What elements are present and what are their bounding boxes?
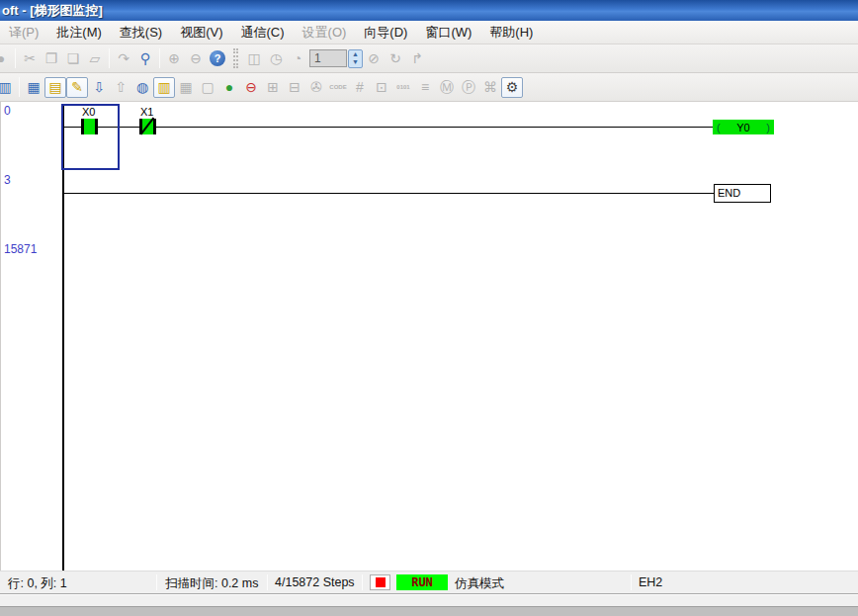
status-separator <box>631 574 632 590</box>
cut-icon[interactable]: ✂ <box>19 48 41 69</box>
menu-compile[interactable]: 译(P) <box>0 21 47 44</box>
stop-square-icon <box>376 577 386 587</box>
window-title: oft - [梯形图监控] <box>2 2 103 20</box>
left-power-rail <box>62 106 64 571</box>
clipped-icon[interactable]: ● <box>0 48 12 69</box>
selection-cursor <box>61 104 120 170</box>
search-module-icon[interactable]: Ⓜ <box>436 77 458 98</box>
steps-info-icon[interactable]: ≡ <box>414 77 436 98</box>
toolbar-separator <box>109 48 110 68</box>
device-table-icon[interactable]: ▦ <box>175 77 197 98</box>
disable-icon[interactable]: ⊘ <box>363 48 385 69</box>
step-number: 15871 <box>4 242 37 256</box>
clipped-icon[interactable]: ▥ <box>0 77 16 98</box>
ratio-icon[interactable]: ◔ <box>287 48 308 69</box>
normally-closed-slash <box>140 118 155 135</box>
refresh-icon[interactable]: ↻ <box>385 48 406 69</box>
monitor-stop-icon[interactable]: ⇧ <box>110 77 131 98</box>
toolbar-grip[interactable] <box>233 48 238 68</box>
paste-icon[interactable]: ❏ <box>62 48 84 69</box>
code-monitor-icon[interactable]: ⊡ <box>371 77 392 98</box>
network-monitor-icon[interactable]: ⌘ <box>479 77 501 98</box>
toolbar-separator <box>15 48 16 68</box>
online-icon[interactable]: ● <box>218 77 240 98</box>
menu-search[interactable]: 查找(S) <box>111 21 171 44</box>
upload-icon[interactable]: ⊞ <box>262 77 284 98</box>
scan-time: 扫描时间: 0.2 ms <box>165 575 258 592</box>
instruction-list-icon[interactable]: ▤ <box>44 77 66 98</box>
steps-spinner[interactable]: ▲ ▼ <box>348 49 363 68</box>
status-separator <box>267 574 268 590</box>
stop-indicator[interactable] <box>370 574 390 590</box>
ladder-view-icon[interactable]: ✎ <box>66 77 88 98</box>
plc-model: EH2 <box>639 575 662 589</box>
menu-wizard[interactable]: 向导(D) <box>355 21 416 44</box>
menu-communication[interactable]: 通信(C) <box>232 21 294 44</box>
contact-label-x1: X1 <box>140 106 153 118</box>
code-network-icon[interactable]: # <box>349 77 371 98</box>
status-separator <box>156 574 157 590</box>
menu-view[interactable]: 视图(V) <box>171 21 231 44</box>
copy-icon[interactable]: ❐ <box>41 48 62 69</box>
goto-step-icon[interactable]: ↷ <box>113 48 134 69</box>
ladder-diagram-area[interactable]: 0 3 15871 X0 X1 ( Y0 ) END <box>0 102 858 571</box>
monitor-start-icon[interactable]: ⇩ <box>88 77 110 98</box>
com-setting-icon[interactable]: ⚙ <box>501 77 523 98</box>
steps-input[interactable] <box>309 49 347 67</box>
zoom-in-icon[interactable]: ⊕ <box>163 48 185 69</box>
find-icon[interactable]: ⚲ <box>134 48 156 69</box>
history-icon[interactable]: ◷ <box>265 48 287 69</box>
step-number: 0 <box>4 104 11 118</box>
plc-monitor-window: oft - [梯形图监控] 译(P) 批注(M) 查找(S) 视图(V) 通信(… <box>0 0 858 616</box>
menu-options[interactable]: 设置(O) <box>294 21 356 44</box>
cursor-position: 行: 0, 列: 1 <box>8 575 67 592</box>
code-download-icon[interactable]: CODE <box>327 77 349 98</box>
menu-bar: 译(P) 批注(M) 查找(S) 视图(V) 通信(C) 设置(O) 向导(D)… <box>0 21 858 44</box>
simulation-mode-label: 仿真模式 <box>455 575 504 592</box>
spinner-up-icon[interactable]: ▲ <box>352 50 359 58</box>
desktop-edge <box>0 607 858 616</box>
coil-open-paren: ( <box>717 122 721 133</box>
toolbar-separator <box>19 77 20 97</box>
goto-top-icon[interactable]: ↱ <box>406 48 428 69</box>
step-number: 3 <box>4 173 11 187</box>
edit-window-icon[interactable]: ▢ <box>197 77 218 98</box>
device-query-icon[interactable]: ◍ <box>131 77 153 98</box>
stop-plc-icon[interactable]: ⊖ <box>240 77 262 98</box>
help-icon[interactable]: ? <box>207 48 228 69</box>
rung2-wire <box>62 193 714 194</box>
toolbar-standard: ● ✂ ❐ ❏ ▱ ↷ ⚲ ⊕ ⊖ ? ◫ ◷ ◔ ▲ ▼ ⊘ ↻ ↱ <box>0 44 858 73</box>
rung1-wire <box>62 127 713 128</box>
steps-count: 4/15872 Steps <box>275 575 355 589</box>
menu-window[interactable]: 窗口(W) <box>416 21 480 44</box>
contact-x1-normally-closed[interactable] <box>139 119 156 134</box>
end-instruction-label: END <box>718 187 740 199</box>
device-monitor-icon[interactable]: ▥ <box>153 77 175 98</box>
menu-comment[interactable]: 批注(M) <box>47 21 111 44</box>
toolbar-separator <box>159 48 160 68</box>
run-state-badge: RUN <box>396 574 448 590</box>
search-ip-icon[interactable]: Ⓟ <box>458 77 479 98</box>
help-question-glyph: ? <box>210 50 225 66</box>
menu-help[interactable]: 帮助(H) <box>480 21 542 44</box>
toolbar-plc: ▥ ▦ ▤ ✎ ⇩ ⇧ ◍ ▥ ▦ ▢ ● ⊖ ⊞ ⊟ ✇ CODE # ⊡ 0… <box>0 73 858 102</box>
download-icon[interactable]: ⊟ <box>284 77 305 98</box>
secondary-status-bar <box>0 593 858 607</box>
remote-icon[interactable]: ✇ <box>305 77 327 98</box>
table-view-icon[interactable]: ▦ <box>23 77 44 98</box>
end-instruction[interactable]: END <box>714 184 771 203</box>
coil-y0[interactable]: ( Y0 ) <box>713 120 774 134</box>
verify-icon[interactable]: 0101 <box>392 77 414 98</box>
title-bar[interactable]: oft - [梯形图监控] <box>0 0 858 21</box>
status-bar: 行: 0, 列: 1 扫描时间: 0.2 ms 4/15872 Steps RU… <box>0 571 858 593</box>
coil-label-y0: Y0 <box>736 122 749 133</box>
spinner-down-icon[interactable]: ▼ <box>352 58 359 66</box>
status-separator <box>362 574 363 590</box>
coil-close-paren: ) <box>766 122 770 133</box>
print-monitor-icon[interactable]: ◫ <box>243 48 265 69</box>
erase-icon[interactable]: ▱ <box>84 48 106 69</box>
zoom-out-icon[interactable]: ⊖ <box>185 48 207 69</box>
